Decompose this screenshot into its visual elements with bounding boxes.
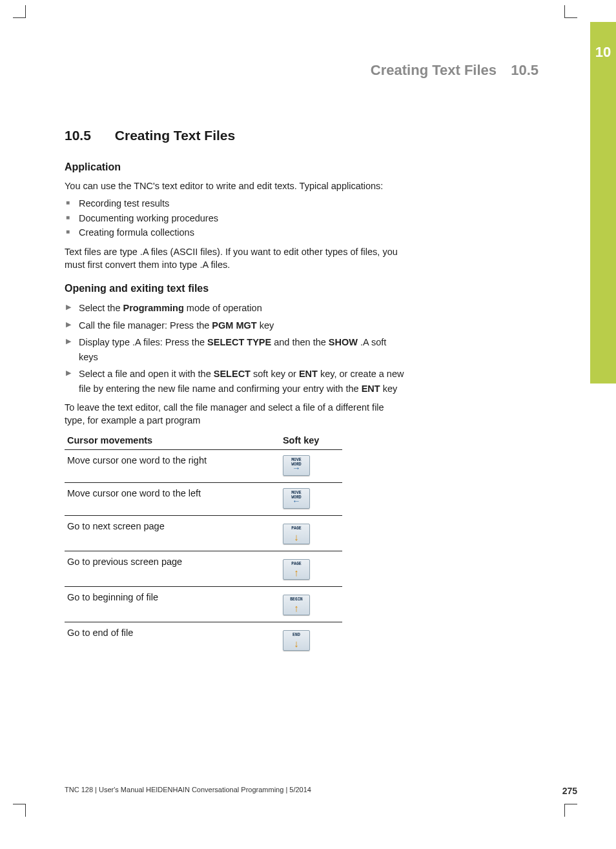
footer-text: TNC 128 | User's Manual HEIDENHAIN Conve… [65, 786, 311, 793]
application-intro: You can use the TNC's text editor to wri… [65, 179, 407, 192]
crop-mark [13, 804, 26, 817]
arrow-up-icon: ↑ [283, 604, 309, 615]
cursor-movement-desc: Move cursor one word to the right [65, 449, 280, 482]
softkey-icon: END↓ [283, 630, 310, 651]
list-item: Creating formula collections [65, 225, 407, 240]
section-title: Creating Text Files [115, 128, 235, 143]
table-row: Move cursor one word to the leftMOVE WOR… [65, 482, 342, 515]
list-item: Select the Programming mode of operation [65, 301, 407, 315]
table-row: Go to next screen pagePAGE↓ [65, 515, 342, 551]
footer: TNC 128 | User's Manual HEIDENHAIN Conve… [65, 786, 577, 796]
arrow-right-icon: → [283, 464, 309, 473]
cursor-movement-desc: Go to beginning of file [65, 586, 280, 622]
running-header: Creating Text Files 10.5 [371, 62, 539, 79]
table-header: Soft key [280, 431, 342, 450]
cursor-movement-desc: Go to previous screen page [65, 551, 280, 586]
list-item: Call the file manager: Press the PGM MGT… [65, 318, 407, 332]
softkey-cell: PAGE↓ [280, 515, 342, 551]
subheading-opening: Opening and exiting text files [65, 283, 407, 294]
softkey-icon: MOVE WORD← [283, 488, 310, 509]
list-item: Select a file and open it with the SELEC… [65, 367, 407, 396]
softkey-icon: PAGE↓ [283, 524, 310, 544]
table-header: Cursor movements [65, 431, 280, 450]
softkey-cell: END↓ [280, 622, 342, 657]
running-header-number: 10.5 [511, 62, 539, 78]
softkey-cell: MOVE WORD← [280, 482, 342, 515]
arrow-left-icon: ← [283, 497, 309, 506]
section-number: 10.5 [65, 128, 111, 143]
list-item: Recording test results [65, 196, 407, 210]
page-number: 275 [562, 786, 577, 796]
softkey-cell: MOVE WORD→ [280, 449, 342, 482]
crop-mark [564, 5, 577, 18]
arrow-down-icon: ↓ [283, 640, 309, 651]
application-bullet-list: Recording test results Documenting worki… [65, 196, 407, 240]
table-row: Move cursor one word to the rightMOVE WO… [65, 449, 342, 482]
arrow-down-icon: ↓ [283, 533, 309, 544]
softkey-icon: BEGIN↑ [283, 595, 310, 615]
chapter-tab: 10 [590, 22, 616, 384]
cursor-movements-table: Cursor movements Soft key Move cursor on… [65, 431, 342, 657]
cursor-movement-desc: Go to next screen page [65, 515, 280, 551]
crop-mark [13, 5, 26, 18]
arrow-up-icon: ↑ [283, 569, 309, 580]
opening-leave: To leave the text editor, call the file … [65, 401, 407, 427]
cursor-movement-desc: Move cursor one word to the left [65, 482, 280, 515]
running-header-title: Creating Text Files [371, 62, 497, 78]
table-row: Go to end of fileEND↓ [65, 622, 342, 657]
crop-mark [564, 804, 577, 817]
list-item: Display type .A files: Press the SELECT … [65, 335, 407, 364]
list-item: Documenting working procedures [65, 211, 407, 225]
application-note: Text files are type .A files (ASCII file… [65, 245, 407, 272]
cursor-movement-desc: Go to end of file [65, 622, 280, 657]
subheading-application: Application [65, 161, 407, 173]
softkey-icon: PAGE↑ [283, 559, 310, 580]
softkey-cell: BEGIN↑ [280, 586, 342, 622]
table-row: Go to beginning of fileBEGIN↑ [65, 586, 342, 622]
section-heading: 10.5 Creating Text Files [65, 128, 407, 143]
opening-steps-list: Select the Programming mode of operation… [65, 301, 407, 396]
table-row: Go to previous screen pagePAGE↑ [65, 551, 342, 586]
softkey-icon: MOVE WORD→ [283, 455, 310, 476]
softkey-cell: PAGE↑ [280, 551, 342, 586]
